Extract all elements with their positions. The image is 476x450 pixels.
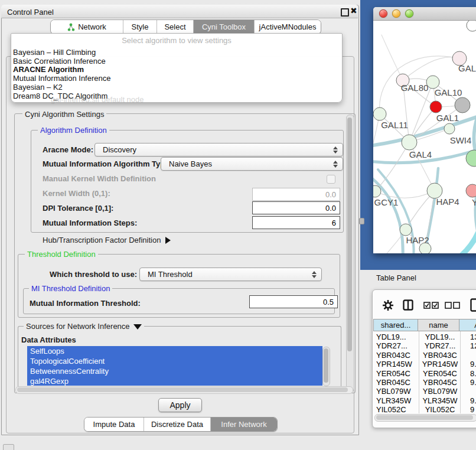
node-label: GAL2 <box>458 63 476 73</box>
columns-icon[interactable] <box>403 299 413 311</box>
mi-threshold-group-title: MI Threshold Definition <box>29 284 112 293</box>
table-cell[interactable]: YPR145W <box>376 360 418 369</box>
column-header-1[interactable]: shared... <box>373 319 418 331</box>
table-cell[interactable] <box>470 351 476 360</box>
tab-cyni-toolbox[interactable]: Cyni Toolbox <box>194 20 255 34</box>
close-icon[interactable]: ✖ <box>350 6 357 15</box>
table-cell[interactable]: YDR27... <box>422 341 458 351</box>
hub-definition-expander[interactable]: Hub/Transcription Factor Definition <box>43 236 171 244</box>
network-node-gal1[interactable] <box>430 101 442 113</box>
table-horizontal-scrollbar[interactable] <box>374 414 476 422</box>
network-edge <box>375 142 409 191</box>
node-label: GAL1 <box>436 113 459 123</box>
column-divider <box>460 331 461 413</box>
network-node-gal11[interactable] <box>373 107 386 120</box>
mi-type-select[interactable]: Naive Bayes <box>161 157 343 171</box>
algorithm-option[interactable]: Bayesian – K2 <box>13 83 63 92</box>
network-node[interactable] <box>419 243 431 253</box>
data-attributes-list[interactable]: SelfLoopsTopologicalCoefficientBetweenne… <box>27 346 322 386</box>
dpi-tolerance-field[interactable]: 0.0 <box>252 201 340 214</box>
table-cell[interactable]: 9 <box>470 405 476 415</box>
table-cell[interactable]: YER054C <box>376 369 418 379</box>
network-node-y[interactable] <box>466 184 476 197</box>
table-panel-title: Table Panel <box>376 273 416 282</box>
table-cell[interactable]: YBR043C <box>422 351 458 360</box>
zoom-traffic-light-icon[interactable] <box>405 9 413 18</box>
tab-network[interactable]: Network <box>51 20 123 34</box>
table-cell[interactable]: YBR045C <box>422 378 458 387</box>
attribute-list-item[interactable]: BetweennessCentrality <box>27 366 322 376</box>
table-cell[interactable]: YER054C <box>422 369 458 379</box>
aracne-mode-select[interactable]: Discovery <box>94 143 343 156</box>
table-cell[interactable]: YIL052C <box>422 405 458 415</box>
table-cell[interactable]: 9. <box>470 396 476 406</box>
attribute-list-item[interactable]: gal4RGexp <box>27 376 322 386</box>
tab-discretize-data[interactable]: Discretize Data <box>144 418 211 431</box>
attributes-vertical-scrollbar[interactable] <box>322 347 330 386</box>
apply-button[interactable]: Apply <box>158 398 202 412</box>
float-window-icon[interactable] <box>341 8 349 17</box>
tab-jactivemnodules[interactable]: jActiveMNodules <box>255 20 321 34</box>
algorithm-option[interactable]: ARACNE Algorithm <box>13 65 84 74</box>
table-cell[interactable]: YDL19... <box>422 332 458 342</box>
splitter-grip[interactable] <box>359 218 364 224</box>
algorithm-option[interactable]: Mutual Information Inference <box>13 74 110 83</box>
table-cell[interactable]: YDR27... <box>376 341 418 351</box>
control-panel-titlebar <box>1 5 358 18</box>
corner-panel-icon[interactable] <box>3 444 14 450</box>
table-cell[interactable] <box>470 387 476 396</box>
table-cell[interactable]: YLR345W <box>376 396 418 406</box>
attribute-list-item[interactable]: TopologicalCoefficient <box>27 356 322 366</box>
table-cell[interactable]: YBL079W <box>422 387 458 396</box>
new-table-icon[interactable] <box>470 298 476 312</box>
table-cell[interactable]: YBL079W <box>376 387 418 396</box>
table-cell[interactable]: YLR345W <box>422 396 458 406</box>
table-cell[interactable]: 9. <box>470 360 476 369</box>
data-attributes-label: Data Attributes <box>21 335 76 344</box>
node-label: GAL4 <box>409 149 432 159</box>
mi-steps-field[interactable]: 6 <box>252 216 340 229</box>
table-cell[interactable]: 9. <box>470 378 476 387</box>
tab-select[interactable]: Select <box>157 20 194 34</box>
minimize-traffic-light-icon[interactable] <box>392 9 400 18</box>
table-cell[interactable]: 8. <box>470 369 476 379</box>
toolbox-tab-bar: NetworkStyleSelectCyni ToolboxjActiveMNo… <box>50 19 321 34</box>
unselect-all-columns-icon[interactable] <box>445 302 460 309</box>
network-canvas[interactable]: GAL2GAL80GAL10GAL1GAL11SWI4GAL4GCY1HAP4Y… <box>373 21 476 253</box>
tab-infer-network[interactable]: Infer Network <box>211 418 277 431</box>
table-cell[interactable]: 13 <box>470 332 476 342</box>
network-icon <box>67 23 75 31</box>
network-node-swi4[interactable] <box>444 123 455 134</box>
table-cell[interactable]: YBR045C <box>376 378 418 387</box>
which-threshold-select[interactable]: MI Threshold <box>139 268 322 281</box>
ghost-network-combo-text: gal-inferred.sif default node <box>51 95 144 104</box>
mi-threshold-field[interactable]: 0.5 <box>249 295 338 308</box>
network-node[interactable] <box>455 97 470 113</box>
network-node-gal4[interactable] <box>402 135 417 150</box>
column-header-3[interactable]: A <box>459 319 476 331</box>
network-node[interactable] <box>467 21 476 31</box>
tab-style[interactable]: Style <box>123 20 157 34</box>
gear-icon[interactable] <box>382 299 395 312</box>
kernel-width-label: Kernel Width (0,1): <box>43 189 110 198</box>
sources-title[interactable]: Sources for Network Inference <box>24 322 144 331</box>
expander-expanded-icon <box>133 324 142 330</box>
table-cell[interactable]: 12 <box>470 341 476 351</box>
column-header-2[interactable]: name <box>418 319 459 331</box>
screen: Control Panel ✖ NetworkStyleSelectCyni T… <box>0 0 476 450</box>
algorithm-option[interactable]: Bayesian – Hill Climbing <box>13 48 96 57</box>
tab-impute-data[interactable]: Impute Data <box>84 418 144 431</box>
close-traffic-light-icon[interactable] <box>379 9 387 18</box>
node-label: SWI4 <box>450 135 472 145</box>
table-cell[interactable]: YIL052C <box>376 405 418 415</box>
select-all-columns-icon[interactable] <box>423 302 439 309</box>
network-node-gal10[interactable] <box>426 76 439 89</box>
algorithm-option[interactable]: Basic Correlation Inference <box>13 57 106 66</box>
network-node-hap2[interactable] <box>400 224 412 236</box>
settings-vertical-scrollbar[interactable] <box>346 115 354 392</box>
settings-horizontal-scrollbar[interactable] <box>15 386 353 394</box>
table-cell[interactable]: YBR043C <box>376 351 418 360</box>
attribute-list-item[interactable]: SelfLoops <box>27 346 322 356</box>
table-cell[interactable]: YPR145W <box>422 360 458 369</box>
table-cell[interactable]: YDL19... <box>376 332 418 342</box>
